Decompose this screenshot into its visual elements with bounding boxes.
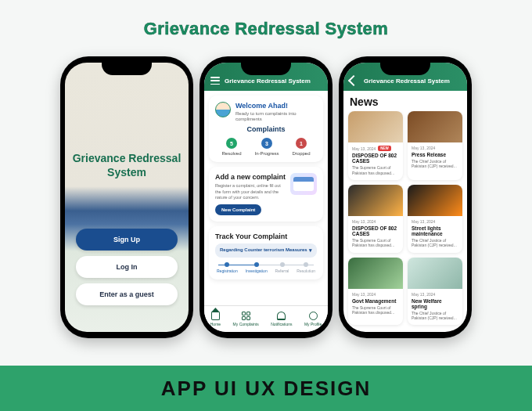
form-illustration-icon (290, 173, 317, 195)
news-card[interactable]: May 13, 2024 NEW DISPOSED OF 802 CASES T… (348, 111, 403, 180)
menu-icon[interactable] (210, 77, 220, 85)
phone-mockup-login: Grievance Redressal System Sign Up Log I… (60, 56, 193, 338)
nav-home[interactable]: Home (210, 312, 221, 326)
stat-inprogress[interactable]: 3 In-Progress (254, 138, 279, 156)
news-thumb (408, 258, 462, 289)
track-dropdown[interactable]: Regarding Counter terrorism Measures ▾ (215, 243, 317, 258)
app-title: Grievance Redressal System (73, 151, 182, 179)
news-card[interactable]: May 13, 2024 Press Release The Chief Jus… (408, 111, 462, 180)
news-card[interactable]: May 13, 2024 New Welfare spring The Chie… (408, 258, 462, 326)
news-thumb (408, 185, 462, 216)
welcome-subtitle: Ready to turn complaints into compliment… (235, 111, 317, 122)
track-progress: Registration Investigation Referral Reso… (215, 262, 317, 273)
track-heading: Track Your Complaint (215, 233, 317, 240)
login-button[interactable]: Log In (76, 256, 178, 278)
device-notch (241, 63, 291, 75)
topbar-title: Grievance Redressal System (225, 78, 311, 85)
phone-mockup-home: Grievance Redressal System Welcome Ahad!… (200, 56, 332, 338)
device-notch (380, 63, 430, 75)
phone-mockup-news: Grievance Redressal System News May 13, … (339, 56, 472, 338)
news-thumb (408, 111, 462, 142)
stat-resolved[interactable]: 5 Resolved (221, 138, 241, 156)
complaints-heading: Complaints (215, 125, 317, 133)
chevron-down-icon: ▾ (309, 247, 312, 254)
news-thumb (348, 258, 403, 289)
new-badge: NEW (378, 146, 391, 151)
promo-banner: APP UI UX DESIGN (0, 366, 532, 411)
news-heading: News (343, 91, 467, 111)
bell-icon (277, 312, 286, 320)
nav-profile[interactable]: My Profile (304, 312, 322, 326)
news-card[interactable]: May 13, 2024 Street lights maintenance T… (408, 185, 462, 253)
avatar[interactable] (215, 102, 231, 117)
nav-complaints[interactable]: My Complaints (233, 312, 259, 326)
grid-icon (242, 312, 250, 320)
news-thumb (348, 185, 403, 216)
user-icon (309, 312, 318, 320)
news-card[interactable]: May 13, 2024 Govt Management The Supreme… (348, 258, 403, 326)
home-icon (211, 312, 220, 320)
add-complaint-heading: Add a new complaint (215, 173, 286, 181)
back-icon[interactable] (348, 75, 359, 86)
topbar-title: Grievance Redressal System (364, 78, 450, 85)
guest-button[interactable]: Enter as a guest (76, 283, 178, 305)
stat-dropped[interactable]: 1 Dropped (292, 138, 310, 156)
news-thumb (348, 111, 403, 142)
add-complaint-desc: Register a complaint, online fill out th… (215, 183, 286, 200)
new-complaint-button[interactable]: New Complaint (215, 204, 261, 215)
news-card[interactable]: May 13, 2024 DISPOSED OF 802 CASES The S… (348, 185, 403, 253)
promo-headline: Grievance Redressal System (0, 19, 532, 39)
welcome-name: Welcome Ahad! (235, 102, 317, 110)
device-notch (102, 63, 152, 75)
signup-button[interactable]: Sign Up (76, 229, 178, 251)
nav-notifications[interactable]: Notifications (271, 312, 292, 326)
